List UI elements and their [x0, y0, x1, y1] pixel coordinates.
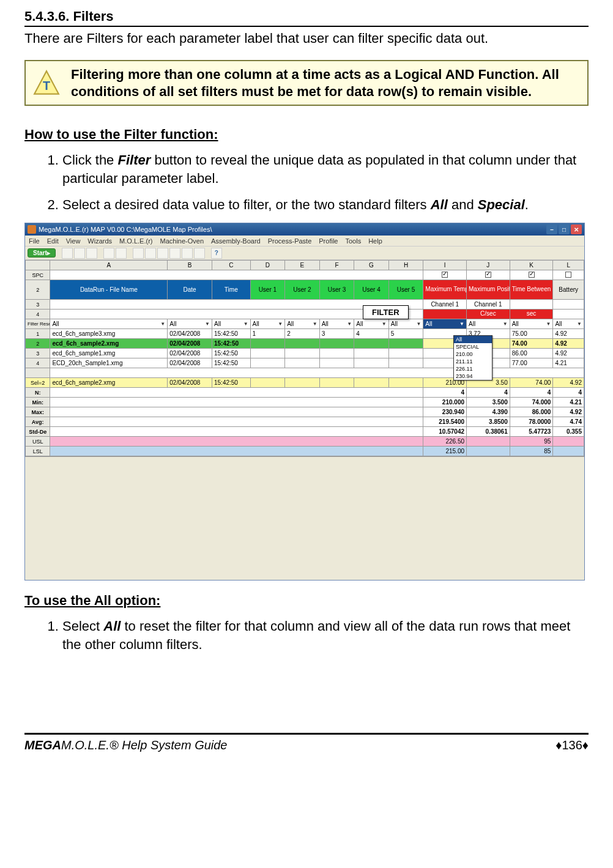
header-date: Date: [168, 280, 212, 300]
toolbar-button[interactable]: [62, 248, 73, 259]
selection-summary-row: Sel=2 ecd_6ch_sample2.xmg02/04/200815:42…: [26, 378, 584, 388]
table-row[interactable]: 4 ECD_20ch_Sample1.xmg02/04/200815:42:50…: [26, 358, 584, 368]
menu-help[interactable]: Help: [368, 237, 382, 245]
empty-sheet-area: [25, 456, 584, 581]
filter-option[interactable]: 230.94: [454, 373, 492, 380]
toolbar-button[interactable]: [157, 248, 168, 259]
menu-file[interactable]: File: [29, 237, 40, 245]
spc-checkbox[interactable]: [467, 270, 510, 280]
filter-dropdown[interactable]: All▼: [388, 319, 423, 329]
maximize-icon[interactable]: □: [559, 224, 570, 234]
menu-machine[interactable]: Machine-Oven: [160, 237, 204, 245]
menu-process[interactable]: Process-Paste: [268, 237, 312, 245]
filter-option[interactable]: 226.11: [454, 365, 492, 373]
section-heading: 5.4.3.6. Filters: [24, 9, 589, 27]
col-letter[interactable]: I: [423, 261, 467, 270]
spc-checkbox[interactable]: [423, 270, 467, 280]
stat-row-avg: Avg:219.54003.850078.00004.74: [26, 417, 584, 427]
help-icon[interactable]: ?: [211, 248, 222, 259]
col-letter[interactable]: A: [50, 261, 168, 270]
corner-cell: [26, 261, 50, 270]
filter-dropdown[interactable]: All▼: [553, 319, 584, 329]
step-2: Select a desired data value to filter, o…: [62, 196, 589, 214]
toolbar-button[interactable]: [86, 248, 97, 259]
menu-edit[interactable]: Edit: [47, 237, 59, 245]
row-number: 2: [26, 280, 50, 300]
toolbar-button[interactable]: [169, 248, 180, 259]
filter-option[interactable]: SPECIAL: [454, 343, 492, 351]
stat-row-n: N:4444: [26, 388, 584, 398]
header-maxtemp: Maximum Temperature: [423, 280, 467, 300]
col-letter[interactable]: J: [467, 261, 510, 270]
filter-dropdown[interactable]: All▼: [354, 319, 389, 329]
channel-label: Channel 1: [423, 300, 467, 310]
filter-dropdown[interactable]: All▼: [212, 319, 250, 329]
channel-label: Channel 1: [467, 300, 510, 310]
filter-dropdown[interactable]: All▼: [467, 319, 510, 329]
col-letter[interactable]: H: [388, 261, 423, 270]
row-number: 4: [26, 310, 50, 319]
col-letter[interactable]: E: [285, 261, 320, 270]
minimize-icon[interactable]: –: [546, 224, 557, 234]
spc-checkbox[interactable]: [553, 270, 584, 280]
row-number: 3: [26, 300, 50, 310]
note-text: Filtering more than one column at a time…: [71, 66, 580, 100]
filter-dropdown[interactable]: All▼: [50, 319, 168, 329]
unit-label: C/sec: [467, 310, 510, 319]
warning-icon: T: [33, 70, 60, 97]
toolbar-button[interactable]: [182, 248, 193, 259]
menu-profile[interactable]: Profile: [319, 237, 338, 245]
col-letter[interactable]: F: [319, 261, 354, 270]
header-user4: User 4: [354, 280, 389, 300]
filter-menu[interactable]: All SPECIAL 210.00 211.11 226.11 230.94: [453, 335, 492, 380]
filter-dropdown[interactable]: All▼: [285, 319, 320, 329]
menu-tools[interactable]: Tools: [345, 237, 361, 245]
col-letter[interactable]: G: [354, 261, 389, 270]
col-letter[interactable]: K: [510, 261, 553, 270]
howto-steps: Click the Filter button to reveal the un…: [24, 151, 589, 214]
filter-option[interactable]: All: [454, 336, 492, 343]
intro-text: There are Filters for each parameter lab…: [24, 31, 589, 46]
toolbar-button[interactable]: [74, 248, 85, 259]
filter-dropdown[interactable]: All▼: [250, 319, 285, 329]
all-option-heading: To use the All option:: [24, 593, 589, 609]
svg-text:T: T: [43, 79, 50, 92]
toolbar-button[interactable]: [116, 248, 127, 259]
filter-reset-label[interactable]: Filter Reset: [26, 319, 50, 329]
col-letter[interactable]: B: [168, 261, 212, 270]
toolbar-button[interactable]: [103, 248, 114, 259]
stat-row-stddev: Std-De10.570420.380615.477230.355: [26, 427, 584, 437]
filter-option[interactable]: 210.00: [454, 351, 492, 358]
menu-mole[interactable]: M.O.L.E.(r): [119, 237, 152, 245]
table-row[interactable]: 3 ecd_6ch_sample1.xmg02/04/200815:42:50 …: [26, 349, 584, 358]
header-timebetween: Time Between Temperature: [510, 280, 553, 300]
all-step-1: Select All to reset the filter for that …: [62, 617, 589, 653]
col-letter[interactable]: D: [250, 261, 285, 270]
close-icon[interactable]: ✕: [571, 224, 582, 234]
menu-view[interactable]: View: [66, 237, 81, 245]
spreadsheet: A B C D E F G H I J K L SPC: [25, 260, 584, 581]
spc-checkbox[interactable]: [510, 270, 553, 280]
col-letter[interactable]: L: [553, 261, 584, 270]
toolbar-button[interactable]: [194, 248, 205, 259]
chevron-down-icon: ▼: [160, 321, 165, 327]
filter-dropdown[interactable]: All▼: [423, 319, 467, 329]
filter-dropdown[interactable]: All▼: [319, 319, 354, 329]
step-1: Click the Filter button to reveal the un…: [62, 151, 589, 187]
unit-label: [423, 310, 467, 319]
menu-assembly[interactable]: Assembly-Board: [211, 237, 261, 245]
table-row-selected[interactable]: 2 ecd_6ch_sample2.xmg02/04/200815:42:50 …: [26, 339, 584, 349]
toolbar-button[interactable]: [145, 248, 156, 259]
start-button[interactable]: Start▸: [28, 248, 56, 258]
filter-dropdown[interactable]: All▼: [510, 319, 553, 329]
filter-dropdown[interactable]: All▼: [168, 319, 212, 329]
stat-row-usl: USL226.5095: [26, 437, 584, 447]
toolbar: Start▸ ?: [25, 247, 584, 260]
table-row[interactable]: 1 ecd_6ch_sample3.xmg02/04/200815:42:50 …: [26, 329, 584, 339]
menu-wizards[interactable]: Wizards: [87, 237, 112, 245]
header-user1: User 1: [250, 280, 285, 300]
toolbar-button[interactable]: [133, 248, 144, 259]
col-letter[interactable]: C: [212, 261, 250, 270]
stat-row-lsl: LSL215.0085: [26, 447, 584, 456]
filter-option[interactable]: 211.11: [454, 358, 492, 365]
